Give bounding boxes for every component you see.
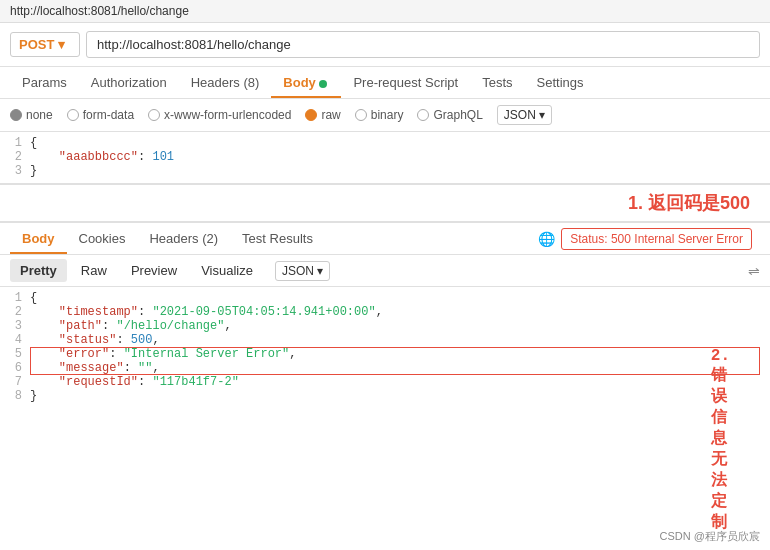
radio-graphql-dot (417, 109, 429, 121)
response-section: Body Cookies Headers (2) Test Results 🌐 … (0, 221, 770, 407)
annotation-1-text: 1. 返回码是500 (628, 191, 750, 215)
radio-raw-label: raw (321, 108, 340, 122)
method-value: POST (19, 37, 54, 52)
tab-settings[interactable]: Settings (525, 67, 596, 98)
response-tabs-left: Body Cookies Headers (2) Test Results (10, 223, 325, 254)
pretty-tab-visualize[interactable]: Visualize (191, 259, 263, 282)
req-line-2: 2 "aaabbbccc": 101 (0, 150, 770, 164)
resp-tab-cookies[interactable]: Cookies (67, 223, 138, 254)
resp-line-6: 6 "message": "", (0, 361, 770, 375)
resp-tab-headers[interactable]: Headers (2) (137, 223, 230, 254)
pretty-tab-pretty[interactable]: Pretty (10, 259, 67, 282)
radio-raw-dot (305, 109, 317, 121)
resp-line-8: 8 } (0, 389, 770, 403)
body-type-row: none form-data x-www-form-urlencoded raw… (0, 99, 770, 132)
method-url-row: POST ▾ (0, 23, 770, 67)
resp-json-chevron: ▾ (317, 264, 323, 278)
req-line-1: 1 { (0, 136, 770, 150)
resp-json-value: JSON (282, 264, 314, 278)
radio-binary[interactable]: binary (355, 108, 404, 122)
radio-binary-label: binary (371, 108, 404, 122)
req-line-3: 3 } (0, 164, 770, 178)
pretty-raw-row: Pretty Raw Preview Visualize JSON ▾ ⇌ (0, 255, 770, 287)
resp-line-5: 5 "error": "Internal Server Error", (0, 347, 770, 361)
pretty-tab-raw[interactable]: Raw (71, 259, 117, 282)
radio-raw[interactable]: raw (305, 108, 340, 122)
pretty-tab-preview[interactable]: Preview (121, 259, 187, 282)
body-dot (319, 80, 327, 88)
tab-body[interactable]: Body (271, 67, 341, 98)
url-input[interactable] (86, 31, 760, 58)
annotation-1-area: 1. 返回码是500 (0, 185, 770, 221)
radio-urlencoded-label: x-www-form-urlencoded (164, 108, 291, 122)
radio-form-data-label: form-data (83, 108, 134, 122)
footer: CSDN @程序员欣宸 (660, 529, 760, 544)
error-highlight-block: 5 "error": "Internal Server Error", 6 "m… (0, 347, 770, 375)
radio-none-label: none (26, 108, 53, 122)
tab-headers[interactable]: Headers (8) (179, 67, 272, 98)
footer-text: CSDN @程序员欣宸 (660, 530, 760, 542)
json-format-value: JSON (504, 108, 536, 122)
top-url-text: http://localhost:8081/hello/change (10, 4, 189, 18)
radio-urlencoded[interactable]: x-www-form-urlencoded (148, 108, 291, 122)
resp-json-dropdown[interactable]: JSON ▾ (275, 261, 330, 281)
radio-graphql-label: GraphQL (433, 108, 482, 122)
request-tabs-row: Params Authorization Headers (8) Body Pr… (0, 67, 770, 99)
tab-tests[interactable]: Tests (470, 67, 524, 98)
radio-none[interactable]: none (10, 108, 53, 122)
method-select[interactable]: POST ▾ (10, 32, 80, 57)
resp-line-7: 7 "requestId": "117b41f7-2" (0, 375, 770, 389)
resp-line-1: 1 { (0, 291, 770, 305)
json-chevron: ▾ (539, 108, 545, 122)
top-url-bar: http://localhost:8081/hello/change (0, 0, 770, 23)
annotation-2-text: 2. 错误信息无法定制 (711, 347, 730, 533)
resp-line-4: 4 "status": 500, (0, 333, 770, 347)
resp-line-2: 2 "timestamp": "2021-09-05T04:05:14.941+… (0, 305, 770, 319)
radio-graphql[interactable]: GraphQL (417, 108, 482, 122)
radio-urlencoded-dot (148, 109, 160, 121)
tab-authorization[interactable]: Authorization (79, 67, 179, 98)
tab-params[interactable]: Params (10, 67, 79, 98)
request-code-editor: 1 { 2 "aaabbbccc": 101 3 } (0, 132, 770, 184)
request-area: POST ▾ Params Authorization Headers (8) … (0, 23, 770, 185)
resp-tab-body[interactable]: Body (10, 223, 67, 254)
resp-line-3: 3 "path": "/hello/change", (0, 319, 770, 333)
status-badge: Status: 500 Internal Server Error (561, 228, 752, 250)
radio-form-data[interactable]: form-data (67, 108, 134, 122)
resp-tab-test-results[interactable]: Test Results (230, 223, 325, 254)
response-tabs-row: Body Cookies Headers (2) Test Results 🌐 … (0, 223, 770, 255)
wrap-icon[interactable]: ⇌ (748, 263, 760, 279)
method-chevron: ▾ (58, 37, 65, 52)
tab-pre-request[interactable]: Pre-request Script (341, 67, 470, 98)
radio-binary-dot (355, 109, 367, 121)
radio-form-data-dot (67, 109, 79, 121)
response-code-editor: 1 { 2 "timestamp": "2021-09-05T04:05:14.… (0, 287, 770, 407)
globe-icon: 🌐 (538, 231, 555, 247)
radio-none-dot (10, 109, 22, 121)
json-format-dropdown[interactable]: JSON ▾ (497, 105, 552, 125)
